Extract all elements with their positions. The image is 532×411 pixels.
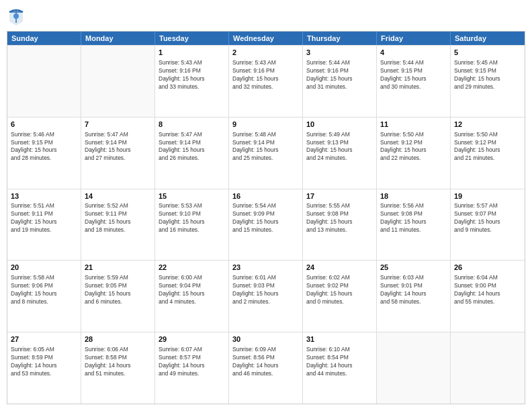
svg-point-2: [13, 13, 19, 19]
day-info: Sunrise: 5:46 AM Sunset: 9:15 PM Dayligh…: [11, 131, 77, 163]
table-row: 21Sunrise: 5:59 AM Sunset: 9:05 PM Dayli…: [81, 261, 155, 332]
day-number: 14: [85, 191, 151, 201]
day-number: 19: [454, 191, 521, 201]
page: Sunday Monday Tuesday Wednesday Thursday…: [0, 0, 532, 411]
day-info: Sunrise: 5:59 AM Sunset: 9:05 PM Dayligh…: [85, 274, 151, 306]
calendar-header: Sunday Monday Tuesday Wednesday Thursday…: [7, 32, 525, 45]
table-row: 5Sunrise: 5:45 AM Sunset: 9:15 PM Daylig…: [451, 46, 525, 117]
logo: [7, 7, 28, 26]
day-info: Sunrise: 5:51 AM Sunset: 9:11 PM Dayligh…: [11, 202, 77, 234]
week-row-4: 20Sunrise: 5:58 AM Sunset: 9:06 PM Dayli…: [7, 260, 525, 332]
day-number: 24: [306, 263, 373, 273]
day-info: Sunrise: 6:00 AM Sunset: 9:04 PM Dayligh…: [159, 274, 225, 306]
table-row: 25Sunrise: 6:03 AM Sunset: 9:01 PM Dayli…: [377, 261, 451, 332]
header-saturday: Saturday: [451, 32, 525, 45]
day-info: Sunrise: 5:44 AM Sunset: 9:15 PM Dayligh…: [380, 59, 447, 91]
day-number: 8: [159, 120, 225, 130]
day-number: 11: [380, 120, 447, 130]
table-row: [81, 46, 155, 117]
day-number: 2: [232, 48, 299, 58]
table-row: 30Sunrise: 6:09 AM Sunset: 8:56 PM Dayli…: [229, 332, 303, 404]
day-info: Sunrise: 6:04 AM Sunset: 9:00 PM Dayligh…: [454, 274, 521, 306]
header: [7, 7, 525, 26]
day-number: 25: [380, 263, 447, 273]
table-row: 17Sunrise: 5:55 AM Sunset: 9:08 PM Dayli…: [303, 189, 377, 261]
day-number: 29: [159, 334, 225, 345]
logo-icon: [7, 7, 26, 26]
table-row: 9Sunrise: 5:48 AM Sunset: 9:14 PM Daylig…: [229, 118, 303, 189]
table-row: 20Sunrise: 5:58 AM Sunset: 9:06 PM Dayli…: [7, 261, 81, 332]
table-row: 12Sunrise: 5:50 AM Sunset: 9:12 PM Dayli…: [451, 118, 525, 189]
table-row: 16Sunrise: 5:54 AM Sunset: 9:09 PM Dayli…: [229, 189, 303, 261]
day-info: Sunrise: 5:49 AM Sunset: 9:13 PM Dayligh…: [306, 131, 373, 163]
day-number: 21: [85, 263, 151, 273]
table-row: 28Sunrise: 6:06 AM Sunset: 8:58 PM Dayli…: [81, 332, 155, 404]
day-info: Sunrise: 5:54 AM Sunset: 9:09 PM Dayligh…: [232, 202, 299, 234]
table-row: 1Sunrise: 5:43 AM Sunset: 9:16 PM Daylig…: [155, 46, 229, 117]
day-number: 28: [85, 334, 151, 345]
table-row: 2Sunrise: 5:43 AM Sunset: 9:16 PM Daylig…: [229, 46, 303, 117]
week-row-3: 13Sunrise: 5:51 AM Sunset: 9:11 PM Dayli…: [7, 189, 525, 261]
day-number: 9: [232, 120, 299, 130]
day-number: 15: [159, 191, 225, 201]
table-row: 23Sunrise: 6:01 AM Sunset: 9:03 PM Dayli…: [229, 261, 303, 332]
day-number: 26: [454, 263, 521, 273]
table-row: 3Sunrise: 5:44 AM Sunset: 9:16 PM Daylig…: [303, 46, 377, 117]
header-tuesday: Tuesday: [155, 32, 229, 45]
table-row: 26Sunrise: 6:04 AM Sunset: 9:00 PM Dayli…: [451, 261, 525, 332]
table-row: 4Sunrise: 5:44 AM Sunset: 9:15 PM Daylig…: [377, 46, 451, 117]
day-info: Sunrise: 6:01 AM Sunset: 9:03 PM Dayligh…: [232, 274, 299, 306]
day-number: 18: [380, 191, 447, 201]
header-monday: Monday: [81, 32, 155, 45]
day-number: 10: [306, 120, 373, 130]
header-friday: Friday: [377, 32, 451, 45]
day-info: Sunrise: 5:53 AM Sunset: 9:10 PM Dayligh…: [159, 202, 225, 234]
table-row: [7, 46, 81, 117]
header-thursday: Thursday: [303, 32, 377, 45]
day-info: Sunrise: 6:03 AM Sunset: 9:01 PM Dayligh…: [380, 274, 447, 306]
day-info: Sunrise: 5:50 AM Sunset: 9:12 PM Dayligh…: [380, 131, 447, 163]
table-row: 13Sunrise: 5:51 AM Sunset: 9:11 PM Dayli…: [7, 189, 81, 261]
table-row: 31Sunrise: 6:10 AM Sunset: 8:54 PM Dayli…: [303, 332, 377, 404]
header-sunday: Sunday: [7, 32, 81, 45]
header-wednesday: Wednesday: [229, 32, 303, 45]
day-info: Sunrise: 5:47 AM Sunset: 9:14 PM Dayligh…: [159, 131, 225, 163]
day-info: Sunrise: 6:07 AM Sunset: 8:57 PM Dayligh…: [159, 346, 225, 378]
day-info: Sunrise: 5:43 AM Sunset: 9:16 PM Dayligh…: [232, 59, 299, 91]
calendar-body: 1Sunrise: 5:43 AM Sunset: 9:16 PM Daylig…: [7, 45, 525, 404]
table-row: [451, 332, 525, 404]
day-number: 30: [232, 334, 299, 345]
table-row: 14Sunrise: 5:52 AM Sunset: 9:11 PM Dayli…: [81, 189, 155, 261]
day-info: Sunrise: 5:47 AM Sunset: 9:14 PM Dayligh…: [85, 131, 151, 163]
table-row: 7Sunrise: 5:47 AM Sunset: 9:14 PM Daylig…: [81, 118, 155, 189]
day-number: 4: [380, 48, 447, 58]
table-row: 22Sunrise: 6:00 AM Sunset: 9:04 PM Dayli…: [155, 261, 229, 332]
day-number: 27: [11, 334, 77, 345]
day-number: 22: [159, 263, 225, 273]
week-row-1: 1Sunrise: 5:43 AM Sunset: 9:16 PM Daylig…: [7, 45, 525, 117]
day-info: Sunrise: 5:44 AM Sunset: 9:16 PM Dayligh…: [306, 59, 373, 91]
table-row: [377, 332, 451, 404]
table-row: 6Sunrise: 5:46 AM Sunset: 9:15 PM Daylig…: [7, 118, 81, 189]
table-row: 11Sunrise: 5:50 AM Sunset: 9:12 PM Dayli…: [377, 118, 451, 189]
day-number: 5: [454, 48, 521, 58]
day-info: Sunrise: 5:50 AM Sunset: 9:12 PM Dayligh…: [454, 131, 521, 163]
table-row: 27Sunrise: 6:05 AM Sunset: 8:59 PM Dayli…: [7, 332, 81, 404]
day-info: Sunrise: 6:05 AM Sunset: 8:59 PM Dayligh…: [11, 346, 77, 378]
day-info: Sunrise: 5:58 AM Sunset: 9:06 PM Dayligh…: [11, 274, 77, 306]
day-number: 20: [11, 263, 77, 273]
day-info: Sunrise: 5:56 AM Sunset: 9:08 PM Dayligh…: [380, 202, 447, 234]
day-info: Sunrise: 5:52 AM Sunset: 9:11 PM Dayligh…: [85, 202, 151, 234]
table-row: 10Sunrise: 5:49 AM Sunset: 9:13 PM Dayli…: [303, 118, 377, 189]
day-number: 3: [306, 48, 373, 58]
table-row: 8Sunrise: 5:47 AM Sunset: 9:14 PM Daylig…: [155, 118, 229, 189]
day-number: 12: [454, 120, 521, 130]
day-number: 17: [306, 191, 373, 201]
day-info: Sunrise: 6:06 AM Sunset: 8:58 PM Dayligh…: [85, 346, 151, 378]
day-number: 31: [306, 334, 373, 345]
day-number: 16: [232, 191, 299, 201]
table-row: 18Sunrise: 5:56 AM Sunset: 9:08 PM Dayli…: [377, 189, 451, 261]
day-info: Sunrise: 6:09 AM Sunset: 8:56 PM Dayligh…: [232, 346, 299, 378]
day-number: 23: [232, 263, 299, 273]
table-row: 24Sunrise: 6:02 AM Sunset: 9:02 PM Dayli…: [303, 261, 377, 332]
